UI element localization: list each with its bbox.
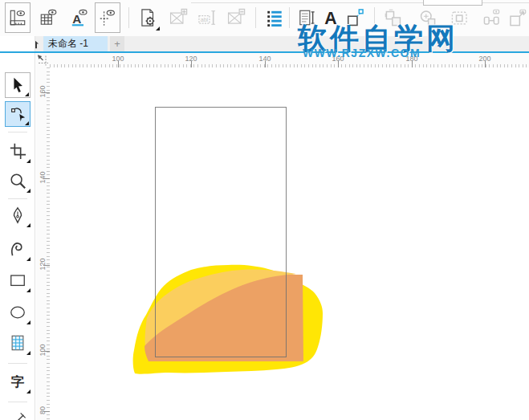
tab-untitled-document[interactable]: 未命名 -1: [43, 36, 108, 51]
h-ruler-major-tick: [118, 61, 119, 67]
toolbox-divider: [8, 198, 27, 199]
rectangle-tool[interactable]: [4, 267, 31, 293]
toolbar-divider: [289, 7, 290, 28]
pen-nib-icon: [9, 206, 26, 224]
h-ruler-major-tick: [485, 61, 486, 67]
graph-paper-tool[interactable]: [4, 330, 31, 356]
curve-tool[interactable]: [4, 236, 31, 262]
toolbox: 字: [0, 36, 35, 420]
ellipse-tool[interactable]: [4, 300, 31, 325]
artwork: [50, 67, 529, 420]
h-ruler-major-tick: [191, 61, 192, 67]
magnifier-icon: [9, 172, 26, 190]
distribute-camera-icon: [482, 8, 502, 28]
shape-tool[interactable]: [5, 101, 31, 127]
crop-tool[interactable]: [4, 138, 31, 164]
svg-text:字: 字: [11, 374, 25, 389]
v-ruler-major-tick: [43, 411, 50, 412]
frame-options-button[interactable]: [262, 4, 287, 31]
pick-arrow-icon: [9, 76, 26, 94]
insert-picture-frame-button: [165, 4, 191, 31]
toolbox-divider: [8, 363, 27, 364]
drawing-canvas[interactable]: [50, 67, 529, 420]
ruler-origin-icon: [36, 53, 49, 67]
ruler-origin[interactable]: [36, 53, 50, 67]
v-ruler-major-tick: [43, 92, 50, 93]
grid-eye-icon: [39, 8, 58, 27]
h-ruler-major-tick: [265, 61, 266, 67]
plus-icon: +: [114, 38, 120, 50]
view-guidelines-toggle[interactable]: [95, 2, 120, 33]
pick-tool[interactable]: [5, 72, 31, 98]
watermark-url: WWW.RJZXW.COM: [303, 47, 421, 59]
vertical-ruler[interactable]: 16014012010080: [36, 67, 50, 420]
text-tool[interactable]: 字: [4, 369, 31, 394]
toolbox-divider: [8, 402, 27, 402]
v-ruler-major-tick: [43, 351, 50, 352]
tab-label: 未命名 -1: [48, 37, 88, 51]
frame-plus-icon: [168, 7, 189, 28]
graph-paper-icon: [9, 334, 26, 352]
new-document-tab-button[interactable]: +: [110, 36, 124, 51]
svg-text:abl: abl: [201, 17, 209, 23]
shape-node-icon: [9, 105, 26, 123]
v-ruler-label: 120: [39, 255, 47, 273]
view-text-frames-toggle[interactable]: A: [66, 4, 92, 31]
toolbox-divider: [8, 132, 27, 133]
horizontal-ruler-ticks: [50, 64, 529, 67]
v-ruler-label: 160: [39, 83, 47, 100]
v-ruler-label: 140: [39, 169, 47, 186]
ellipse-icon: [9, 304, 26, 321]
curve-loop-icon: [9, 240, 26, 258]
text-frame-icon: abl: [197, 7, 218, 28]
toolbar-divider: [128, 7, 129, 28]
distribute-frames-button: [478, 4, 504, 31]
remove-frame-button: [223, 4, 249, 31]
h-ruler-major-tick: [338, 61, 339, 67]
view-grid-toggle[interactable]: [35, 4, 61, 31]
toolbar-divider: [255, 7, 256, 28]
guideline-eye-icon: [98, 8, 117, 27]
view-rulers-toggle[interactable]: [5, 2, 31, 33]
scale-camera-icon: [507, 8, 527, 28]
frame-minus-icon: [226, 7, 246, 28]
coreldraw-window: A: [0, 0, 529, 420]
zoom-tool[interactable]: [4, 168, 31, 194]
insert-text-frame-button: abl: [194, 4, 220, 31]
scale-frames-button: [506, 4, 528, 31]
rectangle-icon: [9, 271, 26, 289]
text-eye-icon: A: [69, 8, 88, 27]
blue-list-icon: [265, 8, 284, 27]
v-ruler-major-tick: [43, 265, 50, 266]
dimension-tool[interactable]: [4, 408, 31, 420]
v-ruler-label: 100: [39, 341, 47, 359]
vertical-ruler-ticks: [47, 67, 50, 420]
pen-tool[interactable]: [4, 202, 31, 228]
dimension-icon: [9, 412, 26, 420]
v-ruler-label: 80: [39, 402, 47, 419]
h-ruler-major-tick: [412, 61, 413, 67]
ruler-eye-icon: [8, 8, 27, 27]
page-gear-icon: [137, 7, 158, 28]
v-ruler-major-tick: [43, 178, 50, 179]
document-options-button[interactable]: [135, 4, 161, 31]
text-tool-icon: 字: [9, 373, 26, 390]
crop-icon: [9, 142, 26, 160]
